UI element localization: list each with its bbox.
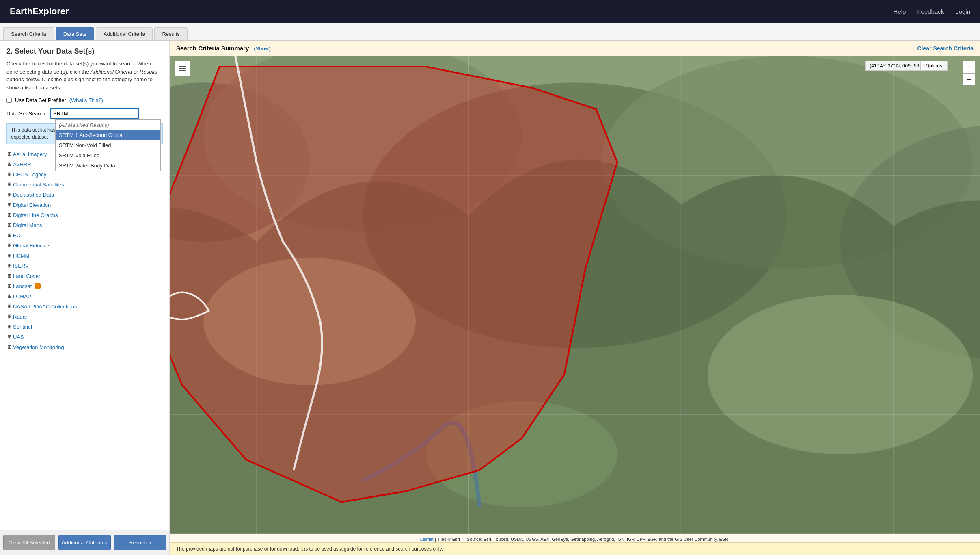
- main-layout: 2. Select Your Data Set(s) Check the box…: [0, 41, 980, 555]
- category-global-fiducials[interactable]: ⊞ Global Fiducials: [6, 241, 163, 251]
- category-uas[interactable]: ⊞ UAS: [6, 332, 163, 342]
- prefilter-label: Use Data Set Prefilter: [15, 97, 66, 103]
- dataset-search-input[interactable]: [50, 108, 139, 119]
- category-eo1[interactable]: ⊞ EO-1: [6, 230, 163, 241]
- zoom-in-button[interactable]: +: [963, 61, 975, 73]
- category-label: Commercial Satellites: [13, 182, 64, 188]
- desc-text-3: buttons below. Click the plus sign next …: [6, 76, 153, 91]
- results-button[interactable]: Results »: [114, 535, 166, 550]
- zoom-controls: + −: [963, 61, 975, 85]
- expand-icon: ⊞: [7, 304, 11, 309]
- show-link[interactable]: (Show): [254, 46, 270, 52]
- options-label: Options: [926, 63, 942, 69]
- svg-point-7: [708, 295, 973, 454]
- category-lcmap[interactable]: ⊞ LCMAP: [6, 291, 163, 301]
- category-radar[interactable]: ⊞ Radar: [6, 312, 163, 322]
- category-sentinel[interactable]: ⊞ Sentinel: [6, 322, 163, 332]
- help-link[interactable]: Help: [894, 8, 906, 15]
- clear-all-button[interactable]: Clear All Selected: [3, 535, 55, 550]
- category-label: Aerial Imagery: [13, 151, 47, 157]
- expand-icon: ⊞: [7, 243, 11, 248]
- category-label: HCMM: [13, 253, 29, 259]
- prefilter-checkbox[interactable]: [6, 98, 12, 103]
- map-options-button[interactable]: Options: [920, 61, 948, 71]
- expand-icon: ⊞: [7, 273, 11, 279]
- desc-italic-1: Additional Criteria: [91, 69, 132, 75]
- category-label: Declassified Data: [13, 192, 54, 198]
- expand-icon: ⊞: [7, 324, 11, 330]
- tab-additional-criteria[interactable]: Additional Criteria: [96, 27, 153, 40]
- map-header: Search Criteria Summary (Show) Clear Sea…: [170, 41, 980, 56]
- dropdown-item-1[interactable]: SRTM 1 Arc-Second Global: [56, 130, 160, 140]
- tab-data-sets[interactable]: Data Sets: [56, 27, 94, 40]
- expand-icon: ⊞: [7, 161, 11, 167]
- desc-text-2: or: [132, 69, 140, 75]
- category-label: Digital Elevation: [13, 202, 51, 208]
- category-iserv[interactable]: ⊞ ISERV: [6, 261, 163, 271]
- layers-button[interactable]: [175, 61, 190, 76]
- clear-search-link[interactable]: Clear Search Criteria: [917, 45, 974, 52]
- category-label: Vegetation Monitoring: [13, 344, 64, 350]
- svg-rect-22: [179, 70, 186, 71]
- category-land-cover[interactable]: ⊞ Land Cover: [6, 271, 163, 281]
- panel-description: Check the boxes for the data set(s) you …: [6, 60, 163, 91]
- map-background[interactable]: (41° 45' 37" N, 069° 59' 20" E) Options …: [170, 56, 980, 534]
- bottom-buttons: Clear All Selected Additional Criteria »…: [0, 530, 169, 555]
- svg-rect-20: [179, 66, 186, 67]
- map-panel: Search Criteria Summary (Show) Clear Sea…: [170, 41, 980, 555]
- feedback-link[interactable]: Feedback: [917, 8, 944, 15]
- login-link[interactable]: Login: [955, 8, 970, 15]
- landsat-badge: [35, 283, 41, 289]
- category-label: AVHRR: [13, 161, 31, 167]
- category-label: CEOS Legacy: [13, 171, 46, 178]
- expand-icon: ⊞: [7, 212, 11, 218]
- expand-icon: ⊞: [7, 171, 11, 177]
- category-landsat[interactable]: ⊞ Landsat: [6, 281, 163, 291]
- left-content: 2. Select Your Data Set(s) Check the box…: [0, 41, 169, 530]
- category-label: Landsat: [13, 283, 32, 289]
- search-dropdown: (All Matched Results) SRTM 1 Arc-Second …: [55, 119, 161, 171]
- category-digital-elevation[interactable]: ⊞ Digital Elevation: [6, 200, 163, 210]
- top-navigation: EarthExplorer Help Feedback Login: [0, 0, 980, 23]
- additional-criteria-button[interactable]: Additional Criteria »: [58, 535, 110, 550]
- category-digital-maps[interactable]: ⊞ Digital Maps: [6, 220, 163, 230]
- tab-search-criteria[interactable]: Search Criteria: [3, 27, 54, 40]
- dropdown-item-all[interactable]: (All Matched Results): [56, 120, 160, 130]
- dropdown-item-4[interactable]: SRTM Water Body Data: [56, 160, 160, 171]
- category-hcmm[interactable]: ⊞ HCMM: [6, 251, 163, 261]
- category-label: ISERV: [13, 263, 29, 269]
- category-vegetation-monitoring[interactable]: ⊞ Vegetation Monitoring: [6, 342, 163, 352]
- tab-results[interactable]: Results: [154, 27, 187, 40]
- map-header-left: Search Criteria Summary (Show): [176, 45, 270, 52]
- category-digital-line-graphs[interactable]: ⊞ Digital Line Graphs: [6, 210, 163, 220]
- desc-italic-2: Results: [140, 69, 157, 75]
- dropdown-item-3[interactable]: SRTM Void Filled: [56, 150, 160, 160]
- search-label: Data Set Search:: [6, 111, 47, 117]
- expand-icon: ⊞: [7, 314, 11, 319]
- expand-icon: ⊞: [7, 344, 11, 350]
- category-list: ⊞ Aerial Imagery ⊞ AVHRR ⊞ CEOS Legacy ⊞…: [6, 149, 163, 352]
- expand-icon: ⊞: [7, 293, 11, 299]
- expand-icon: ⊞: [7, 334, 11, 340]
- category-label: Land Cover: [13, 273, 40, 279]
- category-label: Digital Maps: [13, 222, 42, 228]
- zoom-out-button[interactable]: −: [963, 73, 975, 85]
- app-logo: EarthExplorer: [10, 6, 69, 17]
- category-label: EO-1: [13, 232, 25, 238]
- leaflet-link[interactable]: Leaflet: [420, 537, 434, 542]
- layers-icon: [178, 64, 187, 73]
- expand-icon: ⊞: [7, 202, 11, 208]
- category-declassified-data[interactable]: ⊞ Declassified Data: [6, 190, 163, 200]
- prefilter-row: Use Data Set Prefilter (What's This?): [6, 97, 163, 103]
- category-label: Global Fiducials: [13, 243, 51, 249]
- prefilter-link[interactable]: (What's This?): [69, 97, 103, 103]
- category-label: UAS: [13, 334, 24, 340]
- category-label: Sentinel: [13, 324, 32, 330]
- map-container: (41° 45' 37" N, 069° 59' 20" E) Options …: [170, 56, 980, 534]
- dropdown-item-2[interactable]: SRTM Non-Void Filled: [56, 140, 160, 150]
- map-attribution: | Tiles © Esri — Source: Esri, i-cubed, …: [435, 537, 730, 542]
- category-nasa-lpdaac[interactable]: ⊞ NASA LPDAAC Collections: [6, 301, 163, 312]
- category-commercial-satellites[interactable]: ⊞ Commercial Satellites: [6, 180, 163, 190]
- map-note: The provided maps are not for purchase o…: [170, 542, 980, 555]
- expand-icon: ⊞: [7, 192, 11, 197]
